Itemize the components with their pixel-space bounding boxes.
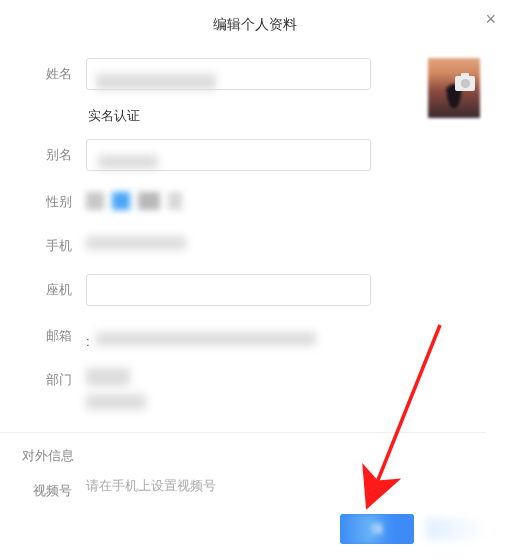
dialog-title: 编辑个人资料 bbox=[0, 0, 510, 58]
external-info-section-title: 对外信息 bbox=[0, 447, 486, 475]
divider bbox=[0, 432, 486, 433]
save-button[interactable]: 保 bbox=[340, 514, 414, 544]
redacted bbox=[138, 192, 160, 210]
alias-input[interactable] bbox=[86, 139, 371, 171]
label-gender: 性别 bbox=[0, 186, 86, 211]
redacted bbox=[168, 192, 182, 210]
name-input[interactable] bbox=[86, 58, 371, 90]
label-name: 姓名 bbox=[0, 58, 86, 83]
label-mobile: 手机 bbox=[0, 230, 86, 255]
redacted bbox=[112, 192, 130, 210]
redacted bbox=[426, 518, 486, 540]
video-channel-hint: 请在手机上设置视频号 bbox=[86, 475, 486, 495]
close-icon[interactable]: × bbox=[485, 10, 496, 28]
label-alias: 别名 bbox=[0, 139, 86, 164]
label-department: 部门 bbox=[0, 364, 86, 389]
redacted bbox=[96, 332, 316, 346]
landline-input[interactable] bbox=[86, 274, 371, 306]
camera-icon bbox=[455, 76, 475, 91]
label-landline: 座机 bbox=[0, 274, 86, 299]
real-name-auth-link[interactable]: 实名认证 bbox=[86, 107, 371, 125]
redacted bbox=[86, 394, 146, 410]
redacted bbox=[86, 368, 130, 386]
label-video-channel: 视频号 bbox=[0, 475, 86, 500]
profile-form: 姓名 实名认证 别名 性别 手机 座机 bbox=[0, 58, 510, 505]
redacted bbox=[86, 192, 104, 210]
gender-selector[interactable] bbox=[86, 186, 486, 210]
label-email: 邮箱 bbox=[0, 320, 86, 345]
redacted: : bbox=[86, 334, 92, 348]
redacted bbox=[86, 236, 186, 250]
avatar-uploader[interactable] bbox=[428, 58, 480, 118]
dialog-footer: 保 bbox=[340, 514, 486, 544]
